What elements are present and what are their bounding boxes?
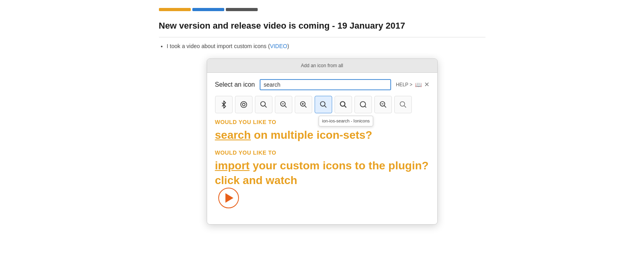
color-bar-segment-blue: [192, 8, 224, 11]
svg-line-5: [284, 106, 286, 108]
search-icon-cell-8[interactable]: [394, 96, 412, 113]
search-icon-cell-6[interactable]: [354, 96, 372, 113]
search-icon-cell-3[interactable]: [295, 96, 312, 113]
titlebar-text: Add an icon from all: [301, 63, 343, 68]
svg-line-14: [344, 106, 346, 108]
svg-point-0: [241, 102, 247, 108]
bullet-list: I took a video about import custom icons…: [167, 42, 485, 50]
search-icon-cell-4[interactable]: [315, 96, 332, 113]
svg-line-8: [304, 106, 306, 108]
svg-point-2: [260, 102, 265, 107]
plugin-top-row: Select an icon HELP > 📖 ✕: [215, 79, 429, 90]
promo1-text: search on multiple icon-sets?: [215, 128, 429, 142]
promo-section-2: WOULD YOU LIKE TO import your custom ico…: [215, 149, 429, 208]
svg-point-1: [242, 103, 245, 106]
svg-line-18: [384, 106, 386, 108]
icon-grid: ion-ios-search - Ionicons: [215, 96, 429, 113]
video-link[interactable]: VIDEO: [270, 43, 288, 49]
select-icon-label: Select an icon: [215, 80, 255, 89]
target-icon-cell[interactable]: [235, 96, 253, 113]
bluetooth-icon-cell[interactable]: [215, 96, 233, 113]
article-title: New version and release video is coming …: [159, 19, 485, 37]
play-button[interactable]: [218, 188, 239, 208]
promo2-import-link[interactable]: import: [215, 159, 250, 172]
promo2-label: WOULD YOU LIKE TO: [215, 149, 429, 157]
svg-point-15: [360, 102, 365, 107]
color-bar: [159, 8, 485, 11]
book-icon[interactable]: 📖: [415, 81, 422, 89]
color-bar-segment-dark: [226, 8, 258, 11]
plugin-body: Select an icon HELP > 📖 ✕: [207, 73, 437, 224]
plugin-window: Add an icon from all Select an icon HELP…: [207, 58, 438, 225]
bullet-text: I took a video about import custom icons…: [167, 43, 270, 49]
svg-point-11: [320, 102, 325, 107]
promo1-rest-text: on multiple icon-sets?: [251, 129, 372, 141]
svg-point-20: [400, 102, 405, 107]
promo2-text: import your custom icons to the plugin? …: [215, 159, 429, 208]
svg-line-16: [364, 106, 366, 108]
svg-line-3: [264, 106, 266, 108]
promo2-text-wrap: import your custom icons to the plugin? …: [215, 159, 429, 188]
icon-tooltip: ion-ios-search - Ionicons: [319, 116, 374, 126]
svg-line-12: [324, 106, 326, 108]
bullet-item-1: I took a video about import custom icons…: [167, 42, 485, 50]
close-button[interactable]: ✕: [424, 81, 429, 88]
bullet-text-after: ): [287, 43, 289, 49]
svg-line-21: [404, 106, 406, 108]
promo1-search-link[interactable]: search: [215, 129, 251, 141]
search-icon-cell-1[interactable]: [255, 96, 272, 113]
play-triangle-icon: [225, 193, 233, 203]
plugin-titlebar: Add an icon from all: [207, 59, 437, 73]
color-bar-segment-orange: [159, 8, 191, 11]
help-link[interactable]: HELP >: [396, 81, 412, 88]
search-icon-cell-2[interactable]: [275, 96, 292, 113]
search-icon-cell-7[interactable]: [374, 96, 392, 113]
search-icon-cell-5[interactable]: [335, 96, 352, 113]
svg-point-13: [340, 102, 345, 107]
search-input[interactable]: [260, 79, 391, 90]
page-wrapper: New version and release video is coming …: [143, 0, 501, 248]
help-area: HELP > 📖 ✕: [396, 81, 429, 89]
